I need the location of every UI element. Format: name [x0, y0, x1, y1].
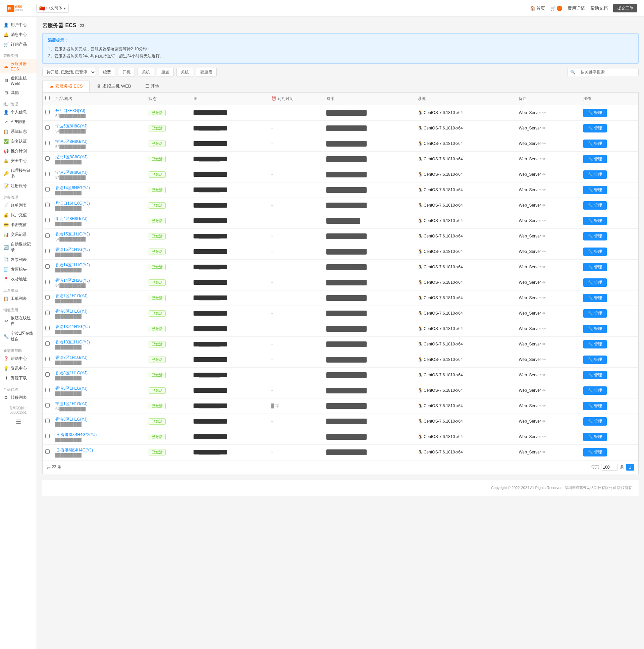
product-name-link[interactable]: 香港8区1H1G(YJ)	[55, 417, 143, 422]
manage-btn[interactable]: 🔧 管理	[583, 294, 607, 302]
row-checkbox[interactable]	[45, 357, 50, 361]
manage-btn[interactable]: 🔧 管理	[583, 124, 607, 132]
manage-btn[interactable]: 🔧 管理	[583, 109, 607, 117]
nav-home[interactable]: 🏠 首页	[530, 5, 545, 11]
edit-note-icon[interactable]: ✏	[542, 187, 546, 192]
manage-btn[interactable]: 🔧 管理	[583, 155, 607, 163]
edit-note-icon[interactable]: ✏	[542, 311, 546, 316]
manage-btn[interactable]: 🔧 管理	[583, 248, 607, 256]
edit-note-icon[interactable]: ✏	[542, 141, 546, 146]
status-filter-select[interactable]: 待开通, 已激活, 已暂停	[42, 68, 96, 77]
sidebar-item-trade-record[interactable]: 📊 交易记录	[0, 230, 37, 240]
sidebar-item-invoice-list2[interactable]: 📑 发票列表	[0, 255, 37, 265]
edit-note-icon[interactable]: ✏	[542, 157, 546, 161]
sidebar-item-rollback-self[interactable]: ↩ 恢还在线过自	[0, 313, 37, 329]
manage-btn[interactable]: 🔧 管理	[583, 232, 607, 241]
row-checkbox[interactable]	[45, 388, 50, 392]
select-all-checkbox[interactable]	[45, 96, 50, 100]
row-checkbox[interactable]	[45, 295, 50, 300]
edit-note-icon[interactable]: ✏	[542, 218, 546, 223]
manage-btn[interactable]: 🔧 管理	[583, 340, 607, 348]
manage-btn[interactable]: 🔧 管理	[583, 433, 607, 441]
row-checkbox[interactable]	[45, 264, 50, 269]
product-name-link[interactable]: 湖北1区8C8G(YJ)	[55, 154, 143, 160]
sidebar-item-promote[interactable]: 📢 推介计划	[0, 146, 37, 156]
sidebar-item-card-topup[interactable]: 💳 卡密充值	[0, 220, 37, 230]
sidebar-item-ningbo-online[interactable]: 🔧 宁波1区在线过自	[0, 329, 37, 344]
shutdown-btn[interactable]: 关机	[176, 68, 193, 77]
nav-billing[interactable]: 费用详情	[567, 5, 585, 11]
product-name-link[interactable]: 香港8区1H1G(YJ)	[55, 309, 143, 314]
sidebar-item-topup[interactable]: 💰 账户充值	[0, 210, 37, 220]
product-name-link[interactable]: 宁波1区1H1G(YJ)	[55, 401, 143, 407]
edit-note-icon[interactable]: ✏	[542, 126, 546, 130]
sidebar-item-refund-record[interactable]: 🔄 自助退款记录	[0, 240, 37, 255]
product-name-link[interactable]: 丹江口8H8G(YJ)	[55, 108, 143, 114]
edit-note-icon[interactable]: ✏	[542, 265, 546, 269]
row-checkbox[interactable]	[45, 403, 50, 407]
row-checkbox[interactable]	[45, 434, 50, 438]
row-checkbox[interactable]	[45, 187, 50, 191]
edit-note-icon[interactable]: ✏	[542, 357, 546, 362]
manage-btn[interactable]: 🔧 管理	[583, 324, 607, 333]
sidebar-item-reg-account[interactable]: 📝 注册账号	[0, 181, 37, 191]
manage-btn[interactable]: 🔧 管理	[583, 309, 607, 318]
edit-note-icon[interactable]: ✏	[542, 249, 546, 254]
stop-btn[interactable]: 关机	[137, 68, 154, 77]
manage-btn[interactable]: 🔧 管理	[583, 355, 607, 364]
edit-note-icon[interactable]: ✏	[542, 419, 546, 424]
product-name-link[interactable]: 旧-香港3区4H4G*2(YJ)	[55, 432, 143, 438]
edit-note-icon[interactable]: ✏	[542, 110, 546, 115]
manage-btn[interactable]: 🔧 管理	[583, 278, 607, 287]
lang-selector[interactable]: 🇨🇳 中文简体 ▾	[36, 4, 69, 13]
row-checkbox[interactable]	[45, 156, 50, 161]
product-name-link[interactable]: 湖北4区8H8G(YJ)	[55, 216, 143, 222]
manage-btn[interactable]: 🔧 管理	[583, 371, 607, 379]
product-name-link[interactable]: 香港14区1H1G(YJ)	[55, 262, 143, 268]
row-checkbox[interactable]	[45, 172, 50, 176]
manage-btn[interactable]: 🔧 管理	[583, 139, 607, 148]
product-name-link[interactable]: 香港7区1H1G(YJ)	[55, 293, 143, 299]
manage-btn[interactable]: 🔧 管理	[583, 417, 607, 426]
sidebar-item-ticket-list[interactable]: 📋 工单列表	[0, 294, 37, 304]
edit-note-icon[interactable]: ✏	[542, 403, 546, 408]
sidebar-item-security[interactable]: 🔒 安全中心	[0, 156, 37, 166]
tab-vhost[interactable]: 🖥 虚拟主机 WEB	[90, 80, 138, 92]
manage-btn[interactable]: 🔧 管理	[583, 263, 607, 271]
page-size-input[interactable]	[601, 464, 618, 471]
row-checkbox[interactable]	[45, 233, 50, 238]
product-name-link[interactable]: 宁波5区8H8G(YJ)	[55, 123, 143, 129]
sidebar-item-api[interactable]: ↗ API管理	[0, 117, 37, 127]
sidebar-item-receiving-addr[interactable]: 📍 收货地址	[0, 274, 37, 284]
sidebar-item-invoice-header[interactable]: 🧾 发票抬头	[0, 265, 37, 274]
sidebar-item-help-center[interactable]: ❓ 帮助中心	[0, 354, 37, 363]
sidebar-item-buy-products[interactable]: 🛒 订购产品	[0, 40, 37, 49]
row-checkbox[interactable]	[45, 372, 50, 377]
sidebar-item-invoice-list[interactable]: 📄 账单列表	[0, 201, 37, 210]
row-checkbox[interactable]	[45, 249, 50, 253]
sidebar-item-cloud-ecs[interactable]: ☁ 云服务器ECS	[0, 59, 37, 74]
sidebar-item-personal[interactable]: 👤 个人信息	[0, 107, 37, 117]
manage-btn[interactable]: 🔧 管理	[583, 217, 607, 225]
product-name-link[interactable]: 香港15区1H1G(YJ)	[55, 247, 143, 253]
sidebar-item-user-center[interactable]: 👤 用户中心	[0, 20, 37, 30]
row-checkbox[interactable]	[45, 449, 50, 454]
edit-note-icon[interactable]: ✏	[542, 373, 546, 377]
start-btn[interactable]: 开机	[118, 68, 135, 77]
product-name-link[interactable]: 香港8区1H1G(YJ)	[55, 386, 143, 391]
manage-btn[interactable]: 🔧 管理	[583, 201, 607, 210]
row-checkbox[interactable]	[45, 125, 50, 130]
sidebar-item-realname[interactable]: ✅ 实名认证	[0, 136, 37, 146]
row-checkbox[interactable]	[45, 311, 50, 315]
renew-btn[interactable]: 续费	[99, 68, 115, 77]
nav-cart[interactable]: 🛒 0	[550, 6, 562, 11]
row-checkbox[interactable]	[45, 141, 50, 145]
sidebar-item-knowledge[interactable]: 💡 资讯中心	[0, 363, 37, 373]
edit-note-icon[interactable]: ✏	[542, 450, 546, 455]
row-checkbox[interactable]	[45, 341, 50, 346]
manage-btn[interactable]: 🔧 管理	[583, 386, 607, 395]
edit-note-icon[interactable]: ✏	[542, 342, 546, 346]
sidebar-item-syslog[interactable]: 📋 系统日志	[0, 127, 37, 136]
product-name-link[interactable]: 香港15区1H1G(YJ)	[55, 231, 143, 237]
edit-note-icon[interactable]: ✏	[542, 280, 546, 285]
